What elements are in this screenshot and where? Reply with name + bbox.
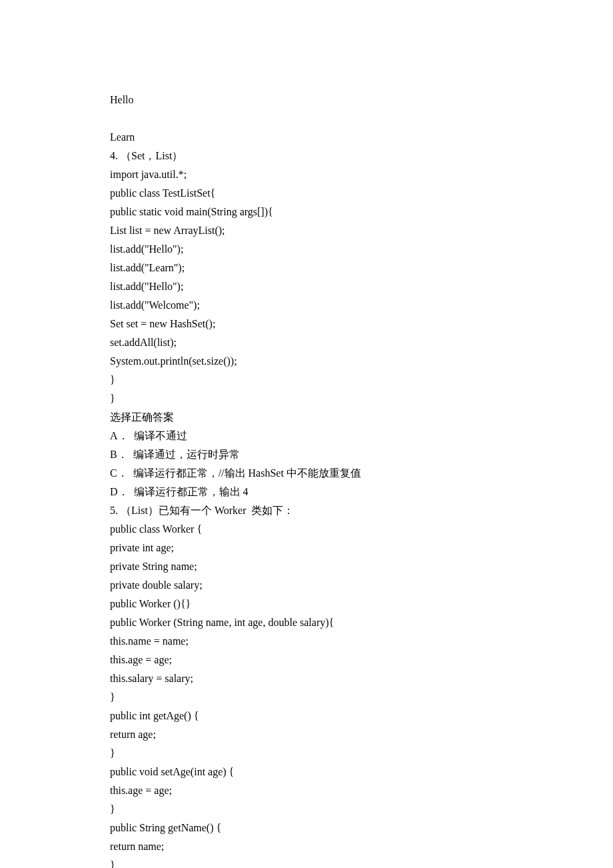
text-line: D． 编译运行都正常，输出 4: [110, 483, 503, 501]
text-line: C． 编译运行都正常，//输出 HashSet 中不能放重复值: [110, 464, 503, 483]
text-line: private double salary;: [110, 576, 503, 595]
text-line: set.addAll(list);: [110, 333, 503, 352]
text-line: }: [110, 856, 503, 868]
blank-line: [110, 109, 503, 128]
text-line: 5. （List）已知有一个 Worker 类如下：: [110, 501, 503, 520]
text-line: }: [110, 371, 503, 389]
text-line: return age;: [110, 725, 503, 744]
text-line: import java.util.*;: [110, 165, 503, 184]
text-line: Learn: [110, 128, 503, 147]
text-line: public String getName() {: [110, 819, 503, 837]
document-page: HelloLearn4. （Set，List）import java.util.…: [0, 0, 613, 868]
text-line: list.add("Hello");: [110, 277, 503, 296]
text-line: B． 编译通过，运行时异常: [110, 445, 503, 464]
text-line: 4. （Set，List）: [110, 147, 503, 165]
text-line: Hello: [110, 91, 503, 109]
text-line: list.add("Learn");: [110, 259, 503, 277]
text-line: List list = new ArrayList();: [110, 221, 503, 240]
text-line: }: [110, 389, 503, 408]
text-line: }: [110, 800, 503, 819]
text-line: System.out.println(set.size());: [110, 352, 503, 371]
text-line: }: [110, 688, 503, 707]
text-line: this.age = age;: [110, 651, 503, 669]
text-line: public class TestListSet{: [110, 184, 503, 203]
text-line: public class Worker {: [110, 520, 503, 539]
document-content: HelloLearn4. （Set，List）import java.util.…: [110, 91, 503, 868]
text-line: public Worker (){}: [110, 595, 503, 613]
text-line: 选择正确答案: [110, 408, 503, 427]
text-line: this.salary = salary;: [110, 669, 503, 688]
text-line: A． 编译不通过: [110, 427, 503, 445]
text-line: Set set = new HashSet();: [110, 315, 503, 333]
text-line: return name;: [110, 837, 503, 856]
text-line: list.add("Welcome");: [110, 296, 503, 315]
text-line: list.add("Hello");: [110, 240, 503, 259]
text-line: private int age;: [110, 539, 503, 557]
text-line: public Worker (String name, int age, dou…: [110, 613, 503, 632]
text-line: }: [110, 744, 503, 763]
text-line: public int getAge() {: [110, 707, 503, 725]
text-line: public static void main(String args[]){: [110, 203, 503, 221]
text-line: private String name;: [110, 557, 503, 576]
text-line: this.name = name;: [110, 632, 503, 651]
text-line: public void setAge(int age) {: [110, 763, 503, 781]
text-line: this.age = age;: [110, 781, 503, 800]
